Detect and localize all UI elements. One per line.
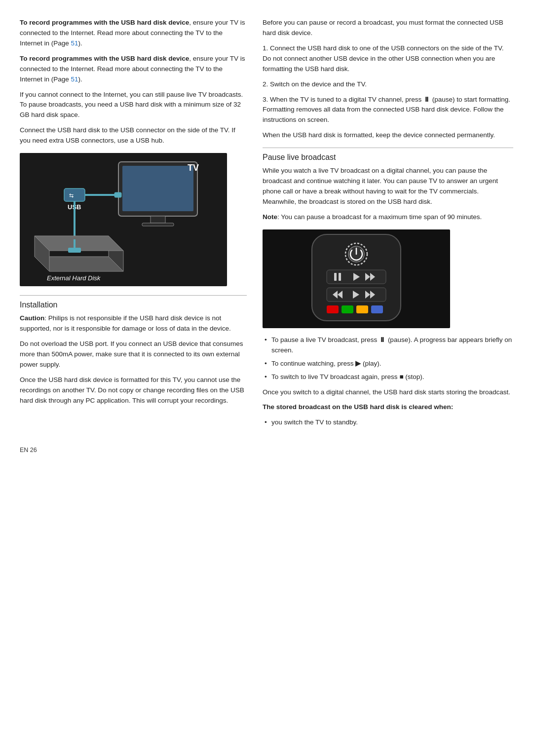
left-para1-link: 51 <box>71 39 78 47</box>
left-para4: Connect the USB hard disk to the USB con… <box>20 125 247 146</box>
right-para4: 3. When the TV is tuned to a digital TV … <box>263 95 513 126</box>
pause-heading: Pause live broadcast <box>263 153 513 162</box>
right-para3: 2. Switch on the device and the TV. <box>263 79 513 90</box>
note-bold: Note <box>263 213 277 221</box>
cleared-bullet1: you switch the TV to standby. <box>263 417 513 428</box>
pause-para1: While you watch a live TV broadcast on a… <box>263 166 513 207</box>
svg-rect-16 <box>68 248 81 253</box>
bullet2-end: (play). <box>361 360 381 367</box>
svg-rect-33 <box>327 305 339 313</box>
svg-text:⇆: ⇆ <box>69 192 74 198</box>
svg-rect-7 <box>64 189 85 201</box>
bullet-continue: To continue watching, press ▶ (play). <box>263 359 513 369</box>
stop-icon-b3: ■ <box>399 372 403 382</box>
svg-text:External Hard Disk: External Hard Disk <box>47 274 101 282</box>
bullet-pause: To pause a live TV broadcast, press ⏸ (p… <box>263 335 513 356</box>
bullet1-start: To pause a live TV broadcast, press <box>271 336 379 343</box>
svg-rect-22 <box>334 273 337 281</box>
bullet2-start: To continue watching, press <box>271 360 355 367</box>
play-icon-b2: ▶ <box>355 359 361 369</box>
page-footer: EN 26 <box>20 447 513 454</box>
left-para1: To record programmes with the USB hard d… <box>20 18 247 49</box>
right-para4-start: 3. When the TV is tuned to a digital TV … <box>263 96 423 103</box>
install-para3: Once the USB hard disk device is formatt… <box>20 375 247 406</box>
left-column: To record programmes with the USB hard d… <box>20 18 247 433</box>
left-para2-link: 51 <box>71 76 78 83</box>
after-bullets: Once you switch to a digital channel, th… <box>263 387 513 398</box>
pause-icon-b1: ⏸ <box>379 335 386 345</box>
left-para3: If you cannot connect to the Internet, y… <box>20 90 247 121</box>
bullet3-end: (stop). <box>404 373 424 380</box>
pause-bullets: To pause a live TV broadcast, press ⏸ (p… <box>263 335 513 382</box>
caution-para: Caution: Philips is not responsible if t… <box>20 313 247 334</box>
svg-rect-1 <box>122 166 193 211</box>
svg-text:TV: TV <box>188 163 199 173</box>
cleared-bullets: you switch the TV to standby. <box>263 417 513 428</box>
svg-rect-36 <box>371 305 383 313</box>
note-para: Note: You can pause a broadcast for a ma… <box>263 212 513 223</box>
page-layout: To record programmes with the USB hard d… <box>20 18 513 433</box>
left-para2-end: ). <box>78 76 82 83</box>
installation-heading: Installation <box>20 301 247 309</box>
svg-rect-5 <box>114 192 121 197</box>
right-column: Before you can pause or record a broadca… <box>263 18 513 433</box>
left-para1-bold: To record programmes with the USB hard d… <box>20 19 189 26</box>
svg-rect-34 <box>342 305 353 313</box>
footer-label: EN 26 <box>20 447 37 454</box>
caution-bold: Caution <box>20 314 44 322</box>
left-para2-bold: To record programmes with the USB hard d… <box>20 55 189 62</box>
left-divider <box>20 295 247 296</box>
svg-rect-23 <box>339 273 341 281</box>
pause-icon-inline: ⏸ <box>423 95 430 105</box>
svg-rect-2 <box>151 216 165 223</box>
tv-usb-diagram: TV ⇆ USB <box>20 153 227 286</box>
right-para1: Before you can pause or record a broadca… <box>263 18 513 38</box>
left-para1-end: ). <box>78 39 82 47</box>
install-para2: Do not overload the USB port. If you con… <box>20 339 247 370</box>
right-para5: When the USB hard disk is formatted, kee… <box>263 130 513 141</box>
caution-rest: : Philips is not responsible if the USB … <box>20 314 231 332</box>
remote-diagram <box>263 229 450 328</box>
svg-rect-35 <box>356 305 368 313</box>
right-para2: 1. Connect the USB hard disk to one of t… <box>263 43 513 75</box>
bullet-switch: To switch to live TV broadcast again, pr… <box>263 372 513 382</box>
stored-bold: The stored broadcast on the USB hard dis… <box>263 403 453 411</box>
bullet3-start: To switch to live TV broadcast again, pr… <box>271 373 399 380</box>
note-rest: : You can pause a broadcast for a maximu… <box>277 213 482 221</box>
right-divider <box>263 148 513 148</box>
stored-bold-para: The stored broadcast on the USB hard dis… <box>263 402 513 413</box>
left-para2: To record programmes with the USB hard d… <box>20 54 247 85</box>
svg-rect-3 <box>142 223 174 226</box>
